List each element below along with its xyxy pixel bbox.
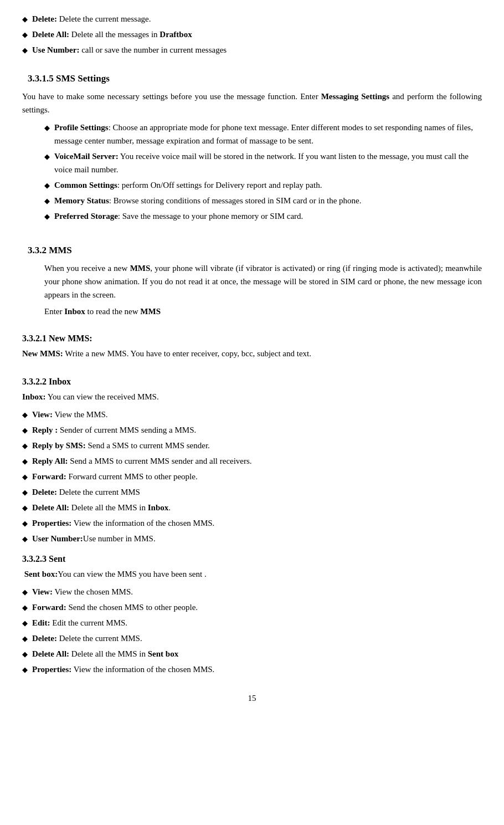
diamond-icon: ◆	[44, 196, 50, 207]
list-item: ◆ Use Number: call or save the number in…	[22, 42, 482, 58]
diamond-icon: ◆	[22, 440, 28, 452]
list-item: ◆ Delete: Delete the current MMS	[22, 484, 482, 500]
section-332-enter: Enter Inbox to read the new MMS	[44, 305, 482, 318]
diamond-icon: ◆	[22, 534, 28, 545]
section-3323-intro: Sent box:You can view the MMS you have b…	[22, 567, 482, 581]
diamond-icon: ◆	[22, 409, 28, 421]
list-item: ◆ Delete All: Delete all the MMS in Sent…	[22, 646, 482, 662]
diamond-icon: ◆	[22, 649, 28, 660]
section-3322-intro: Inbox: You can view the received MMS.	[22, 390, 482, 403]
diamond-icon: ◆	[22, 633, 28, 645]
diamond-icon: ◆	[22, 518, 28, 530]
list-item: ◆ Reply All: Send a MMS to current MMS s…	[22, 453, 482, 469]
diamond-icon: ◆	[22, 587, 28, 598]
section-3321-heading: 3.3.2.1 New MMS:	[22, 334, 482, 344]
list-item: ◆ Common Settings: perform On/Off settin…	[44, 177, 482, 193]
diamond-icon: ◆	[22, 618, 28, 629]
section-315-heading: 3.3.1.5 SMS Settings	[28, 73, 482, 84]
label: Delete:	[32, 14, 57, 23]
list-item: ◆ Delete: Delete the current message.	[22, 11, 482, 27]
diamond-icon: ◆	[22, 487, 28, 499]
top-bullet-list: ◆ Delete: Delete the current message. ◆ …	[22, 11, 482, 58]
section-315-list: ◆ Profile Settings: Choose an appropriat…	[44, 120, 482, 224]
diamond-icon: ◆	[22, 503, 28, 514]
list-item: ◆ Forward: Forward current MMS to other …	[22, 469, 482, 484]
list-item: ◆ Delete: Delete the current MMS.	[22, 631, 482, 646]
list-item: ◆ View: View the MMS.	[22, 407, 482, 422]
diamond-icon: ◆	[44, 180, 50, 192]
diamond-icon: ◆	[22, 664, 28, 676]
diamond-icon: ◆	[44, 151, 50, 163]
diamond-icon: ◆	[22, 472, 28, 483]
list-item: ◆ Properties: View the information of th…	[22, 662, 482, 677]
page-number: 15	[22, 694, 482, 703]
list-item: ◆ Profile Settings: Choose an appropriat…	[44, 120, 482, 148]
section-332-intro: When you receive a new MMS, your phone w…	[44, 262, 482, 301]
section-3323-heading: 3.3.2.3 Sent	[22, 554, 482, 564]
list-item: ◆ Properties: View the information of th…	[22, 515, 482, 531]
diamond-icon: ◆	[44, 122, 50, 134]
section-332-heading: 3.3.2 MMS	[28, 245, 482, 256]
label: Delete All:	[32, 30, 69, 39]
section-3321-text: New MMS: Write a new MMS. You have to en…	[22, 347, 482, 360]
section-3323-list: ◆ View: View the chosen MMS. ◆ Forward: …	[22, 584, 482, 677]
diamond-icon: ◆	[22, 45, 28, 57]
list-item: ◆ Edit: Edit the current MMS.	[22, 615, 482, 631]
diamond-icon: ◆	[22, 425, 28, 437]
list-item: ◆ VoiceMail Server: You receive voice ma…	[44, 148, 482, 177]
section-315-intro: You have to make some necessary settings…	[22, 90, 482, 116]
diamond-icon: ◆	[22, 456, 28, 468]
list-item: ◆ Memory Status: Browse storing conditio…	[44, 193, 482, 208]
list-item: ◆ Reply : Sender of current MMS sending …	[22, 422, 482, 438]
section-3322-heading: 3.3.2.2 Inbox	[22, 377, 482, 387]
diamond-icon: ◆	[22, 602, 28, 614]
list-item: ◆ User Number:Use number in MMS.	[22, 531, 482, 546]
diamond-icon: ◆	[22, 14, 28, 25]
diamond-icon: ◆	[22, 29, 28, 41]
list-item: ◆ Forward: Send the chosen MMS to other …	[22, 599, 482, 615]
diamond-icon: ◆	[44, 211, 50, 223]
item-text: Delete the current message.	[57, 14, 151, 23]
item-text: Delete all the messages in Draftbox	[69, 30, 192, 39]
list-item: ◆ Delete All: Delete all the messages in…	[22, 27, 482, 42]
label: Use Number:	[32, 45, 79, 54]
section-3322-list: ◆ View: View the MMS. ◆ Reply : Sender o…	[22, 407, 482, 546]
item-text: call or save the number in current messa…	[79, 45, 227, 54]
list-item: ◆ Reply by SMS: Send a SMS to current MM…	[22, 438, 482, 453]
list-item: ◆ Delete All: Delete all the MMS in Inbo…	[22, 500, 482, 515]
list-item: ◆ View: View the chosen MMS.	[22, 584, 482, 599]
list-item: ◆ Preferred Storage: Save the message to…	[44, 208, 482, 224]
